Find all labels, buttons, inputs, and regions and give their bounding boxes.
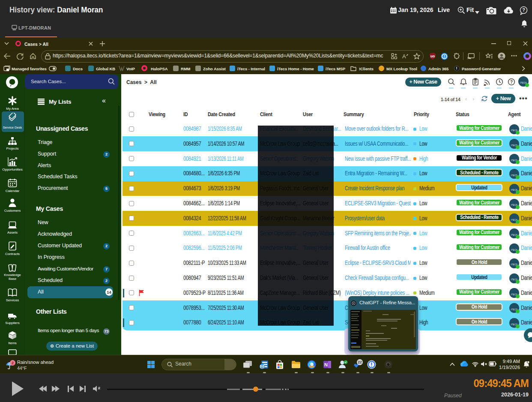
svg-text:N: N [324,362,328,367]
svg-text:?: ? [510,80,513,84]
svg-text:×: × [99,386,100,389]
svg-text:A: A [402,53,406,60]
svg-text:?: ? [522,7,525,12]
svg-text:22: 22 [358,360,362,364]
svg-text:uo: uo [430,54,435,58]
